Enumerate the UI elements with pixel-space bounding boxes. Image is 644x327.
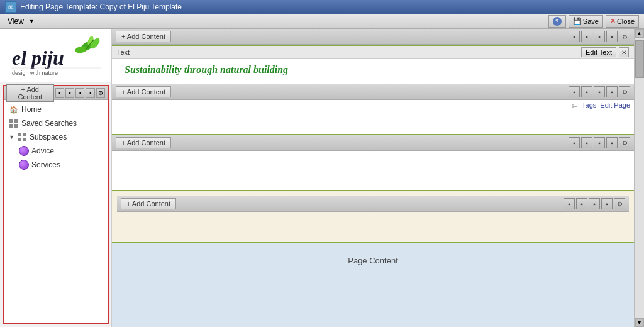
edit-page-link[interactable]: Edit Page: [600, 101, 630, 109]
svg-rect-14: [18, 138, 21, 141]
nav-item-advice-label: Advice: [31, 147, 54, 155]
section-2-view-btns: ▪ ▪ ▪ ▪ ⚙: [569, 86, 630, 97]
nav-item-saved-searches[interactable]: Saved Searches: [4, 116, 108, 130]
nav-settings-btn[interactable]: ⚙: [96, 88, 105, 98]
scroll-up-btn[interactable]: ▲: [635, 29, 644, 38]
nav-item-subspaces-label: Subspaces: [30, 133, 67, 141]
svg-rect-10: [9, 124, 13, 128]
close-icon: ✕: [610, 17, 616, 25]
nav-item-services-label: Services: [31, 160, 60, 169]
settings-btn-beige[interactable]: ⚙: [614, 198, 625, 209]
view-btn-1b[interactable]: ▪: [581, 31, 592, 42]
svg-rect-9: [14, 119, 18, 123]
scroll-track: [635, 38, 644, 318]
beige-view-btns: ▪ ▪ ▪ ▪ ⚙: [564, 198, 625, 209]
nav-item-home[interactable]: 🏠 Home: [4, 103, 108, 116]
nav-view-btn-1[interactable]: ▪: [55, 88, 64, 98]
close-text-btn[interactable]: ✕: [619, 47, 629, 57]
add-content-button-3[interactable]: + Add Content: [116, 137, 171, 148]
menu-bar: View ▼ ? 💾 Save ✕ Close: [0, 14, 644, 29]
nav-item-subspaces[interactable]: ▼ Subspaces: [4, 130, 108, 144]
nav-item-advice[interactable]: Advice: [4, 144, 108, 158]
title-bar-text: Editing Page Template: Copy of El Piju T…: [20, 3, 182, 11]
close-label: Close: [617, 18, 635, 25]
saved-searches-icon: [9, 118, 19, 128]
menu-right: ? 💾 Save ✕ Close: [548, 15, 639, 28]
svg-text:el piju: el piju: [12, 47, 64, 69]
page-content-section: Page Content: [112, 243, 634, 327]
view-btn-2b[interactable]: ▪: [581, 86, 592, 97]
services-icon: [19, 160, 29, 170]
view-btn-bb[interactable]: ▪: [576, 198, 587, 209]
nav-item-services[interactable]: Services: [4, 158, 108, 172]
view-btn-3a[interactable]: ▪: [569, 137, 580, 148]
nav-add-content-button[interactable]: + Add Content: [6, 84, 54, 102]
view-btn-1d[interactable]: ▪: [606, 31, 618, 42]
edit-text-button[interactable]: Edit Text: [581, 47, 616, 57]
logo-area: el piju design with nature: [0, 29, 111, 82]
add-content-button-1[interactable]: + Add Content: [116, 31, 171, 42]
close-button[interactable]: ✕ Close: [606, 15, 639, 28]
view-btn-1c[interactable]: ▪: [594, 31, 605, 42]
scrollbar[interactable]: ▲ ▼: [634, 29, 644, 327]
view-btn-2a[interactable]: ▪: [569, 86, 580, 97]
view-btn-2d[interactable]: ▪: [606, 86, 618, 97]
subspaces-icon: [17, 132, 27, 142]
nav-item-saved-searches-label: Saved Searches: [21, 119, 77, 128]
nav-view-btn-3[interactable]: ▪: [75, 88, 84, 98]
menu-left: View ▼: [5, 16, 35, 27]
view-btn-bd[interactable]: ▪: [601, 198, 613, 209]
nav-items: 🏠 Home Saved Searches ▼ Subspaces: [4, 100, 108, 174]
settings-btn-3[interactable]: ⚙: [619, 137, 630, 148]
add-content-button-beige[interactable]: + Add Content: [121, 198, 176, 209]
section-3-view-btns: ▪ ▪ ▪ ▪ ⚙: [569, 137, 630, 148]
content-area: + Add Content ▪ ▪ ▪ ▪ ⚙ Text Edit Text ✕: [112, 29, 634, 327]
add-content-button-2[interactable]: + Add Content: [116, 86, 171, 97]
save-icon: 💾: [573, 17, 582, 25]
svg-rect-11: [14, 124, 18, 128]
beige-section: + Add Content ▪ ▪ ▪ ▪ ⚙: [112, 191, 634, 243]
view-btn-3b[interactable]: ▪: [581, 137, 592, 148]
view-menu[interactable]: View: [5, 16, 26, 27]
left-sidebar: el piju design with nature + Add Content…: [0, 29, 112, 327]
title-bar: ✉ Editing Page Template: Copy of El Piju…: [0, 0, 644, 14]
help-icon: ?: [553, 17, 562, 26]
view-btn-ba[interactable]: ▪: [564, 198, 575, 209]
scroll-down-btn[interactable]: ▼: [635, 318, 644, 327]
settings-btn-2[interactable]: ⚙: [619, 86, 630, 97]
page-content-label: Page Content: [348, 256, 398, 265]
home-icon: 🏠: [9, 104, 19, 114]
scroll-thumb[interactable]: [635, 40, 644, 78]
settings-btn-1[interactable]: ⚙: [619, 31, 630, 42]
save-button[interactable]: 💾 Save: [569, 15, 603, 28]
nav-toolbar: + Add Content ▪ ▪ ▪ ▪ ⚙: [4, 86, 108, 100]
section-2-toolbar: + Add Content ▪ ▪ ▪ ▪ ⚙: [112, 84, 634, 100]
view-btn-3c[interactable]: ▪: [594, 137, 605, 148]
beige-content-area: [117, 212, 629, 237]
view-btn-3d[interactable]: ▪: [606, 137, 618, 148]
text-label: Text: [117, 48, 130, 56]
text-block-header: Text Edit Text ✕: [112, 46, 634, 59]
text-block-content: Sustainability through natural building: [112, 59, 634, 84]
section-3-dashed: [116, 155, 630, 186]
section-1-toolbar: + Add Content ▪ ▪ ▪ ▪ ⚙: [112, 29, 634, 45]
section-1-view-btns: ▪ ▪ ▪ ▪ ⚙: [569, 31, 630, 42]
nav-view-btn-2[interactable]: ▪: [65, 88, 74, 98]
nav-view-btn-4[interactable]: ▪: [86, 88, 94, 98]
beige-section-toolbar: + Add Content ▪ ▪ ▪ ▪ ⚙: [117, 196, 629, 212]
dashed-area-2: [116, 113, 630, 131]
view-btn-1a[interactable]: ▪: [569, 31, 580, 42]
view-btn-bc[interactable]: ▪: [589, 198, 600, 209]
nav-item-home-label: Home: [21, 105, 42, 114]
main-layout: el piju design with nature + Add Content…: [0, 29, 644, 327]
view-dropdown-arrow[interactable]: ▼: [29, 18, 35, 25]
svg-rect-15: [23, 138, 26, 141]
help-button[interactable]: ?: [548, 15, 566, 28]
view-btn-2c[interactable]: ▪: [594, 86, 605, 97]
tags-link[interactable]: Tags: [582, 101, 596, 109]
text-block: Text Edit Text ✕ Sustainability through …: [112, 46, 634, 84]
content-section-2: Text Edit Text ✕ Sustainability through …: [112, 46, 634, 135]
svg-rect-13: [23, 133, 26, 136]
svg-text:design with nature: design with nature: [12, 70, 58, 76]
tag-icon: 🏷: [572, 102, 578, 109]
